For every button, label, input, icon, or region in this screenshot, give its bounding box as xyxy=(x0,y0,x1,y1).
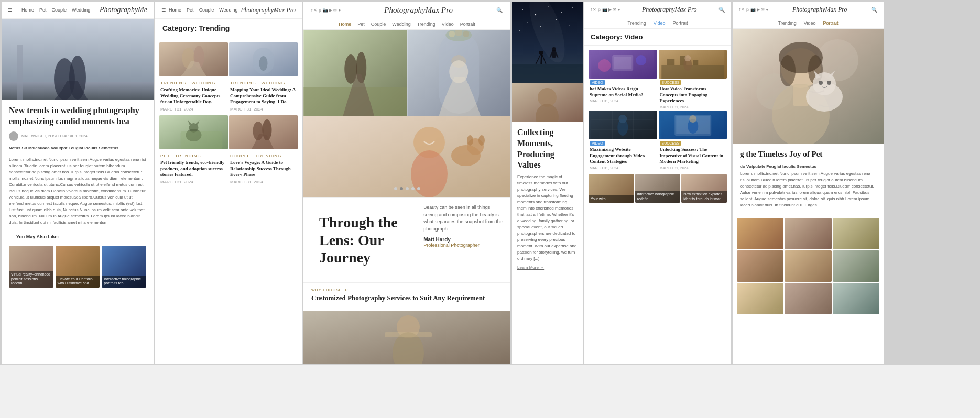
panel5-cat-nav: Trending Video Portrait xyxy=(584,18,731,29)
panel3-nav-pet[interactable]: Pet xyxy=(357,21,365,27)
panel2-article3-title[interactable]: Pet friendly trends, eco-friendly produc… xyxy=(160,160,227,178)
panel3-quote-left: Through the Lens: Our Journey xyxy=(303,198,417,282)
panel5-article-2: SUCCESS How Video Transforms Concepts in… xyxy=(659,50,727,109)
panel5-thumb-2-label: Interactive holographic redefin... xyxy=(635,191,681,203)
panel6-thumb-2[interactable] xyxy=(785,218,831,249)
panel5-nav-trending[interactable]: Trending xyxy=(627,20,646,26)
panel5-article2-title[interactable]: How Video Transforms Concepts into Engag… xyxy=(660,86,726,104)
panel5-nav-video[interactable]: Video xyxy=(654,20,666,26)
panel6-social-icons: f ✕ 𝕡 📷 ▶ ✉ ● xyxy=(739,7,768,12)
panel3-nav-trending[interactable]: Trending xyxy=(417,21,435,27)
svg-point-27 xyxy=(449,31,455,37)
panel3-carousel-dots xyxy=(303,187,510,190)
panel5-thumb-1[interactable]: Your with... xyxy=(589,174,634,203)
panel2-nav-couple[interactable]: Couple xyxy=(199,7,214,13)
dot-4[interactable] xyxy=(411,187,415,190)
panel1-author-info: MATTWRIGHT, POSTED APRIL 1, 2024 xyxy=(21,134,88,138)
panel6-nav-portrait[interactable]: Portrait xyxy=(823,20,839,26)
panel2-article2-img[interactable] xyxy=(229,42,298,76)
panel6-nav-trending[interactable]: Trending xyxy=(778,20,796,26)
panel4-thumb-image xyxy=(512,83,583,122)
dot-1[interactable] xyxy=(394,187,397,190)
panel6-search-icon[interactable]: 🔍 xyxy=(871,7,877,13)
panel1-thumb-2-label: Elevate Your Portfolio with Distinctive … xyxy=(56,276,100,288)
panel5-article1-title[interactable]: hat Makes Videos Reign Supreme on Social… xyxy=(590,86,656,98)
nav-couple[interactable]: Couple xyxy=(51,7,67,13)
panel2-article1-title[interactable]: Crafting Memories: Unique Wedding Ceremo… xyxy=(160,87,227,105)
panel6-thumb-6[interactable] xyxy=(833,250,879,282)
svg-point-35 xyxy=(467,135,473,146)
panel5-article3-img[interactable] xyxy=(589,111,657,139)
panel2-article1-img[interactable] xyxy=(159,42,228,76)
svg-point-49 xyxy=(569,25,570,25)
panel5-article2-img[interactable] xyxy=(659,50,727,79)
panel6-thumb-9[interactable] xyxy=(833,283,879,314)
panel3-quote-right: Beauty can be seen in all things, seeing… xyxy=(417,198,510,282)
panel4-learn-more[interactable]: Learn More → xyxy=(517,265,578,270)
panel5-article3-date: MARCH 31, 2024 xyxy=(590,166,656,170)
panel6-thumb-1[interactable] xyxy=(737,218,783,249)
dot-2[interactable] xyxy=(400,187,403,190)
panel3-search-icon[interactable]: 🔍 xyxy=(496,7,503,13)
panel4-content: Collecting Moments, Producing Values Exp… xyxy=(512,122,583,275)
panel5-article3-badge: VIDEO xyxy=(590,141,605,146)
panel1-author-avatar xyxy=(9,131,18,141)
panel2-menu-icon[interactable]: ≡ xyxy=(161,6,166,14)
panel5-nav-portrait[interactable]: Portrait xyxy=(673,20,688,26)
panel6-thumb-7[interactable] xyxy=(737,283,783,314)
panel5-article3-title[interactable]: Maximizing Website Engagement through Vi… xyxy=(590,147,656,165)
panel1-also-like-label: You May Also Like: xyxy=(9,231,146,241)
panel3-social-left: f ✕ 𝕡 📷 ▶ ✉ ● xyxy=(311,8,341,13)
panel2-nav-home[interactable]: Home xyxy=(169,7,181,13)
panel2-article3-img[interactable] xyxy=(159,115,228,149)
dot-3[interactable] xyxy=(406,187,409,190)
dot-5[interactable] xyxy=(417,187,420,190)
panel-trending: ≡ Home Pet Couple Wedding PhotographyMax… xyxy=(155,2,302,364)
panel6-logo: PhotographyMax Pro xyxy=(792,6,847,14)
panel2-nav-pet[interactable]: Pet xyxy=(187,7,194,13)
panel6-content: g the Timeless Joy of Pet do Vulputate F… xyxy=(733,144,884,218)
panel3-nav-video[interactable]: Video xyxy=(442,21,454,27)
panel6-thumb-4[interactable] xyxy=(737,250,783,282)
panel6-hero-title: g the Timeless Joy of Pet xyxy=(740,149,876,160)
menu-icon[interactable]: ≡ xyxy=(8,6,12,14)
panel5-thumb-2[interactable]: Interactive holographic redefin... xyxy=(635,174,681,203)
panel5-article4-img[interactable] xyxy=(659,111,727,139)
panel2-article4-img[interactable] xyxy=(229,115,298,149)
panel6-nav: f ✕ 𝕡 📷 ▶ ✉ ● PhotographyMax Pro 🔍 xyxy=(733,2,884,18)
panel6-thumb-3[interactable] xyxy=(833,218,879,249)
panel2-article4-date: MARCH 31, 2024 xyxy=(230,180,297,184)
panel1-hero-image xyxy=(2,19,154,100)
panel5-search-icon[interactable]: 🔍 xyxy=(718,7,725,13)
panel3-nav-wedding[interactable]: Wedding xyxy=(392,21,410,27)
panel3-quote-role: Professional Photographer xyxy=(423,243,504,248)
panel1-content: New trends in wedding photography emphas… xyxy=(2,100,154,293)
panel5-article1-img[interactable] xyxy=(589,50,657,79)
panel1-thumb-1[interactable]: Virtual reality–enhanced portrait sessio… xyxy=(9,246,53,288)
svg-rect-58 xyxy=(539,51,543,54)
panel3-bottom-image xyxy=(303,311,510,364)
panel2-nav-wedding[interactable]: Wedding xyxy=(219,7,237,13)
panel3-nav-couple[interactable]: Couple xyxy=(371,21,386,27)
panel1-thumb-3[interactable]: Interactive holographic portraits rea... xyxy=(102,246,146,288)
panel3-nav-home[interactable]: Home xyxy=(339,21,351,27)
panel2-nav: ≡ Home Pet Couple Wedding PhotographyMax… xyxy=(155,2,302,19)
nav-home[interactable]: Home xyxy=(21,7,34,13)
panel2-article4-title[interactable]: Love's Voyage: A Guide to Relationship S… xyxy=(230,160,297,178)
panel6-thumb-8[interactable] xyxy=(785,283,831,314)
panel3-why-section: Why Choose Us Customized Photography Ser… xyxy=(303,283,510,311)
panel-center-hero: f ✕ 𝕡 📷 ▶ ✉ ● PhotographyMax Pro 🔍 Home … xyxy=(303,2,510,364)
panel2-article-4: COUPLE · TRENDING Love's Voyage: A Guide… xyxy=(229,115,298,187)
nav-wedding[interactable]: Wedding xyxy=(72,7,90,13)
panel3-nav-portrait[interactable]: Portrait xyxy=(460,21,475,27)
panel2-article2-title[interactable]: Mapping Your Ideal Wedding: A Comprehens… xyxy=(230,87,297,105)
panel5-article4-title[interactable]: Unlocking Success: The Imperative of Vis… xyxy=(660,147,726,165)
panel6-hero-image xyxy=(733,29,884,144)
panel2-article4-cat: COUPLE · TRENDING xyxy=(230,153,297,158)
panel6-thumb-5[interactable] xyxy=(785,250,831,282)
panel1-thumb-2[interactable]: Elevate Your Portfolio with Distinctive … xyxy=(56,246,100,288)
nav-pet[interactable]: Pet xyxy=(39,7,47,13)
panel5-thumb-3[interactable]: New exhibition explores identity through… xyxy=(681,174,727,203)
panel5-article2-date: MARCH 31, 2024 xyxy=(660,105,726,109)
panel6-nav-video[interactable]: Video xyxy=(804,20,816,26)
